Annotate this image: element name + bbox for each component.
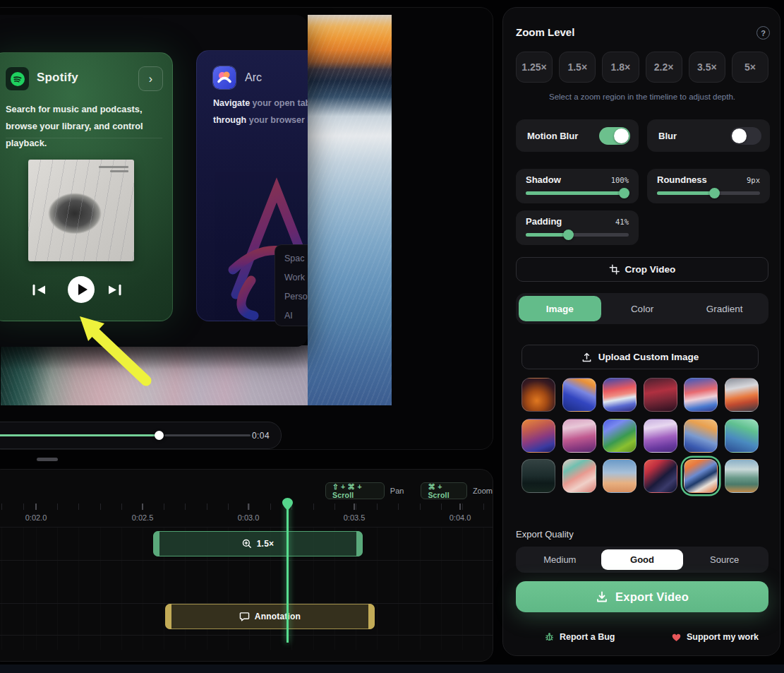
divider: [6, 138, 162, 138]
ruler-tick: [354, 504, 355, 510]
zoom-option-1.5x[interactable]: 1.5×: [559, 52, 596, 83]
blur-label: Blur: [658, 131, 677, 141]
wallpaper-thumbnail-2[interactable]: [562, 378, 596, 412]
arc-submenu-item: Work: [284, 273, 308, 282]
zoom-shortcut-label: Zoom: [473, 487, 493, 495]
upload-icon: [581, 352, 592, 362]
export-quality-label: Export Quality: [516, 529, 574, 540]
slider-knob[interactable]: [619, 188, 629, 198]
wallpaper-thumbnail-13[interactable]: [521, 459, 555, 493]
tab-color[interactable]: Color: [601, 296, 684, 321]
settings-panel: Zoom Level ? 1.25× 1.5× 1.8× 2.2× 3.5× 5…: [502, 7, 780, 656]
spotify-card-description: Search for music and podcasts, browse yo…: [6, 101, 159, 152]
help-icon[interactable]: ?: [756, 26, 770, 40]
wallpaper-thumbnail-3[interactable]: [603, 378, 637, 412]
ruler-tick: [35, 504, 37, 510]
annotation-clip[interactable]: Annotation: [165, 604, 375, 629]
zoom-option-2.2x[interactable]: 2.2×: [646, 52, 682, 83]
background-wallpaper-right: [308, 15, 392, 405]
wallpaper-thumbnail-11[interactable]: [684, 419, 718, 453]
ruler-label: 0:02.0: [25, 513, 47, 522]
upload-custom-image-label: Upload Custom Image: [598, 352, 699, 362]
playhead-line[interactable]: [287, 502, 289, 643]
panel-resize-handle[interactable]: [37, 458, 58, 461]
quality-source[interactable]: Source: [683, 549, 766, 570]
wallpaper-thumbnail-17-selected[interactable]: [684, 459, 718, 493]
arc-submenu-item: Spac: [284, 254, 308, 263]
toggle-knob: [732, 129, 747, 143]
scrubber-remaining: [164, 434, 251, 436]
motion-blur-toggle[interactable]: [599, 127, 630, 145]
pan-shortcut-label: Pan: [390, 487, 404, 495]
wallpaper-thumbnail-10[interactable]: [644, 419, 677, 453]
crop-video-button[interactable]: Crop Video: [516, 257, 768, 282]
zoom-option-5x[interactable]: 5×: [732, 52, 768, 83]
support-link[interactable]: Support my work: [671, 631, 759, 642]
report-bug-link[interactable]: Report a Bug: [544, 631, 615, 642]
slider-knob[interactable]: [563, 230, 574, 240]
skip-next-icon: [106, 284, 123, 296]
track-divider: [0, 560, 493, 561]
ruler-label: 0:02.5: [132, 513, 154, 522]
roundness-label: Roundness: [657, 174, 707, 185]
scrubber-handle[interactable]: [155, 431, 164, 440]
toggle-knob: [614, 129, 629, 143]
zoom-clip[interactable]: 1.5×: [153, 531, 363, 556]
motion-blur-label: Motion Blur: [527, 131, 578, 141]
wallpaper-thumbnail-15[interactable]: [603, 459, 637, 493]
playback-time: 0:04: [252, 431, 270, 441]
arc-card-description-line1: Navigate your open tabs: [213, 95, 308, 112]
app-window: Spotify › Search for music and podcasts,…: [0, 0, 784, 673]
roundness-value: 9px: [747, 176, 760, 184]
panel-footer: Report a Bug Support my work: [516, 631, 768, 642]
padding-value: 41%: [615, 218, 629, 226]
blur-toggle[interactable]: [730, 127, 761, 145]
padding-slider[interactable]: [526, 233, 629, 237]
pan-shortcut-keys: ⇧ + ⌘ + Scroll: [325, 482, 385, 499]
wallpaper-thumbnail-4[interactable]: [644, 378, 677, 412]
wallpaper-thumbnail-18[interactable]: [725, 459, 759, 493]
background-type-tabs: Image Color Gradient: [516, 293, 768, 324]
zoom-option-1.8x[interactable]: 1.8×: [602, 52, 639, 83]
ruler-label: 0:03.5: [344, 513, 366, 522]
magnifier-plus-icon: [242, 539, 252, 549]
wallpaper-thumbnail-12[interactable]: [725, 419, 759, 453]
zoom-option-1.25x[interactable]: 1.25×: [516, 52, 553, 83]
slider-fill: [657, 191, 715, 195]
export-video-button[interactable]: Export Video: [516, 581, 768, 612]
wallpaper-thumbnail-14[interactable]: [562, 459, 596, 493]
recorded-screen-window: Spotify › Search for music and podcasts,…: [0, 15, 308, 347]
annotation-arrow: [60, 308, 159, 389]
playback-scrubber[interactable]: 0:04: [0, 422, 282, 449]
zoom-option-3.5x[interactable]: 3.5×: [689, 52, 725, 83]
roundness-slider[interactable]: [657, 191, 760, 195]
shadow-slider[interactable]: [526, 191, 629, 195]
quality-good[interactable]: Good: [601, 549, 684, 570]
tab-image[interactable]: Image: [519, 296, 601, 321]
scrubber-progress: [0, 434, 159, 436]
timeline-panel: ⇧ + ⌘ + Scroll Pan ⌘ + Scroll Zoom 0:02.…: [0, 469, 493, 662]
timeline-ruler[interactable]: [0, 504, 493, 510]
spotify-card-title: Spotify: [37, 71, 78, 85]
shadow-label: Shadow: [526, 174, 561, 185]
wallpaper-thumbnail-16[interactable]: [644, 459, 677, 493]
wallpaper-thumbnail-9[interactable]: [603, 419, 637, 453]
wallpaper-thumbnail-6[interactable]: [725, 378, 759, 412]
slider-knob[interactable]: [709, 188, 720, 198]
wallpaper-thumbnail-7[interactable]: [521, 419, 555, 453]
timeline-shortcuts: ⇧ + ⌘ + Scroll Pan ⌘ + Scroll Zoom: [325, 482, 493, 499]
spotify-logo-icon: [5, 66, 30, 91]
motion-blur-card: Motion Blur: [516, 119, 639, 152]
wallpaper-thumbnail-5[interactable]: [684, 378, 718, 412]
bottom-window-strip: [0, 665, 784, 673]
wallpaper-thumbnail-8[interactable]: [562, 419, 596, 453]
arc-card-title: Arc: [245, 71, 262, 84]
upload-custom-image-button[interactable]: Upload Custom Image: [521, 345, 759, 369]
slider-fill: [526, 191, 625, 195]
arc-submenu-panel: Spac Work Perso AI: [275, 244, 308, 326]
heart-icon: [671, 632, 682, 642]
wallpaper-thumbnail-1[interactable]: [521, 378, 555, 412]
playhead-handle[interactable]: [282, 498, 293, 511]
quality-medium[interactable]: Medium: [519, 549, 601, 570]
tab-gradient[interactable]: Gradient: [683, 296, 766, 321]
